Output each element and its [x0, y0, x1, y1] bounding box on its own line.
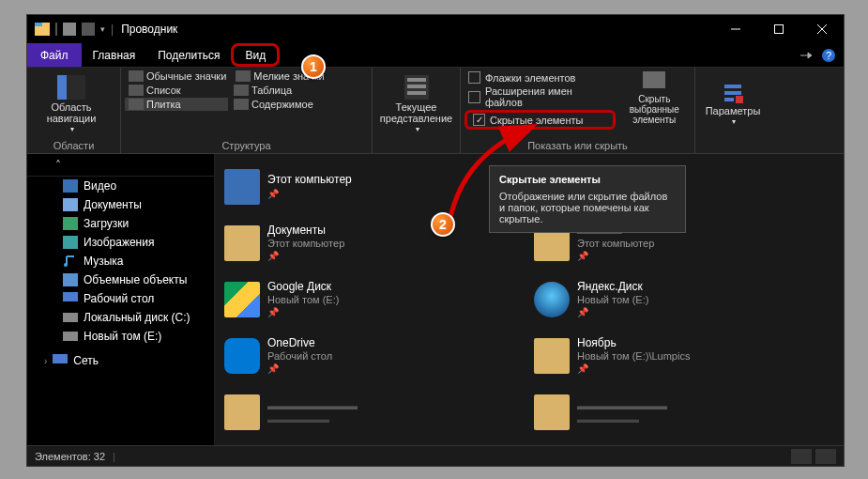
nav-music[interactable]: Музыка — [27, 252, 214, 270]
pin-icon: 📌 — [267, 307, 339, 318]
pin-icon: 📌 — [577, 307, 648, 318]
svg-rect-19 — [724, 91, 741, 95]
tooltip-title: Скрытые элементы — [499, 174, 676, 185]
view-large-icons-toggle[interactable] — [815, 449, 836, 464]
nav-3dobjects[interactable]: Объемные объекты — [27, 270, 214, 289]
navigation-pane-button[interactable]: Область навигации ▾ — [31, 70, 112, 138]
options-button[interactable]: Параметры ▾ — [699, 70, 767, 138]
svg-rect-30 — [63, 332, 78, 341]
ribbon-group-showhide-label: Показать или скрыть — [464, 138, 691, 153]
svg-rect-2 — [55, 23, 57, 36]
svg-rect-3 — [63, 23, 76, 36]
file-item[interactable]: ▬▬▬▬▬▬▬▬▬▬▬▬▬▬ — [224, 385, 525, 440]
file-item[interactable]: Google ДискНовый том (E:)📌 — [224, 272, 525, 327]
svg-rect-24 — [63, 217, 78, 230]
chevron-down-icon: ▾ — [416, 126, 419, 134]
tab-view-label: Вид — [245, 49, 266, 62]
minimize-button[interactable] — [714, 15, 757, 43]
tab-view[interactable]: Вид — [231, 43, 280, 67]
svg-rect-21 — [736, 96, 743, 103]
pc-icon — [224, 169, 260, 205]
view-details-toggle[interactable] — [791, 449, 812, 464]
nav-desktop[interactable]: Рабочий стол — [27, 289, 214, 308]
yandex-disk-icon — [534, 282, 570, 317]
nav-network[interactable]: › Сеть — [27, 351, 214, 370]
file-item[interactable]: Яндекс.ДискНовый том (E:)📌 — [534, 272, 834, 327]
checkbox-file-extensions[interactable]: Расширения имен файлов — [464, 85, 616, 108]
status-item-count: Элементов: 32 — [35, 451, 105, 462]
chevron-down-icon: ▾ — [70, 126, 74, 134]
svg-rect-15 — [407, 85, 426, 88]
ribbon: Область навигации ▾ Области Обычные знач… — [27, 68, 844, 154]
pin-ribbon-icon[interactable] — [799, 48, 814, 63]
file-item[interactable]: OneDriveРабочий стол📌 — [224, 329, 525, 383]
svg-rect-29 — [63, 313, 78, 322]
nav-new-volume-e[interactable]: Новый том (E:) — [27, 327, 214, 346]
svg-rect-6 — [775, 25, 784, 34]
checkbox-checked-icon: ✓ — [473, 114, 485, 126]
gdrive-icon — [224, 282, 260, 317]
svg-text:?: ? — [826, 50, 831, 61]
chevron-right-icon: › — [44, 356, 47, 366]
nav-pictures[interactable]: Изображения — [27, 233, 214, 252]
layout-tiles[interactable]: Плитка — [125, 98, 228, 111]
current-view-label: Текущее представление — [376, 101, 456, 124]
new-folder-icon[interactable] — [82, 23, 95, 36]
tab-home[interactable]: Главная — [82, 43, 147, 67]
file-item[interactable]: ▬▬▬▬▬▬▬▬▬▬▬▬▬▬ — [534, 385, 834, 440]
checkbox-item-checkboxes[interactable]: Флажки элементов — [464, 71, 616, 84]
svg-rect-25 — [63, 236, 78, 249]
tab-share[interactable]: Поделиться — [146, 43, 231, 67]
statusbar: Элементов: 32 | — [27, 445, 844, 466]
nav-local-disk-c[interactable]: Локальный диск (C:) — [27, 308, 214, 327]
navigation-pane-icon — [57, 75, 85, 100]
layout-medium-icons[interactable]: Обычные значки — [125, 70, 230, 83]
maximize-button[interactable] — [757, 15, 800, 43]
file-item[interactable]: Этот компьютер📌 — [224, 160, 525, 214]
svg-rect-12 — [57, 75, 67, 100]
tooltip-hidden-items: Скрытые элементы Отображение или скрытие… — [489, 165, 686, 233]
hide-selected-icon — [643, 71, 665, 92]
tab-file[interactable]: Файл — [27, 43, 82, 67]
divider-icon — [55, 23, 57, 36]
quick-access-toolbar: ▾ | — [27, 23, 114, 36]
current-view-icon — [404, 75, 429, 100]
navigation-pane[interactable]: ˄ Видео Документы Загрузки Изображения М… — [27, 154, 215, 445]
svg-rect-16 — [407, 91, 426, 95]
nav-downloads[interactable]: Загрузки — [27, 214, 214, 233]
navigation-pane-label: Область навигации — [31, 101, 112, 124]
pin-icon: 📌 — [267, 251, 344, 262]
pin-icon: 📌 — [577, 251, 654, 262]
current-view-button[interactable]: Текущее представление ▾ — [376, 70, 456, 138]
hide-selected-button[interactable]: Скрыть выбранные элементы — [618, 70, 691, 125]
checkbox-icon — [468, 71, 480, 84]
help-icon[interactable]: ? — [821, 48, 836, 63]
pin-icon: 📌 — [267, 189, 352, 200]
nav-scroll-up-icon[interactable]: ˄ — [27, 154, 214, 177]
svg-rect-1 — [35, 23, 42, 26]
layout-details[interactable]: Таблица — [230, 84, 333, 97]
network-icon — [53, 354, 68, 367]
options-label: Параметры — [706, 105, 761, 116]
layout-content[interactable]: Содержимое — [230, 98, 333, 111]
nav-videos[interactable]: Видео — [27, 177, 214, 195]
checkbox-hidden-items[interactable]: ✓ Скрытые элементы — [464, 110, 616, 130]
folder-icon — [534, 338, 570, 374]
explorer-window: ▾ | Проводник Файл Главная Поделиться Ви… — [26, 14, 845, 467]
svg-rect-28 — [63, 292, 78, 301]
ribbon-tabs: Файл Главная Поделиться Вид ? — [27, 43, 844, 68]
nav-documents[interactable]: Документы — [27, 195, 214, 214]
qat-dropdown-icon[interactable]: ▾ — [100, 24, 105, 34]
svg-rect-31 — [53, 354, 68, 363]
annotation-marker-2: 2 — [431, 212, 455, 237]
chevron-down-icon: ▾ — [732, 118, 736, 127]
layout-list[interactable]: Список — [125, 84, 228, 97]
folder-icon — [224, 394, 260, 430]
close-button[interactable] — [800, 15, 844, 43]
ribbon-group-layout-label: Структура — [125, 138, 368, 153]
svg-rect-23 — [63, 198, 78, 211]
file-item[interactable]: ДокументыЭтот компьютер📌 — [224, 216, 525, 270]
file-item[interactable]: НоябрьНовый том (E:)\Lumpics📌 — [534, 329, 834, 383]
properties-icon[interactable] — [63, 23, 76, 36]
svg-point-26 — [64, 263, 68, 267]
